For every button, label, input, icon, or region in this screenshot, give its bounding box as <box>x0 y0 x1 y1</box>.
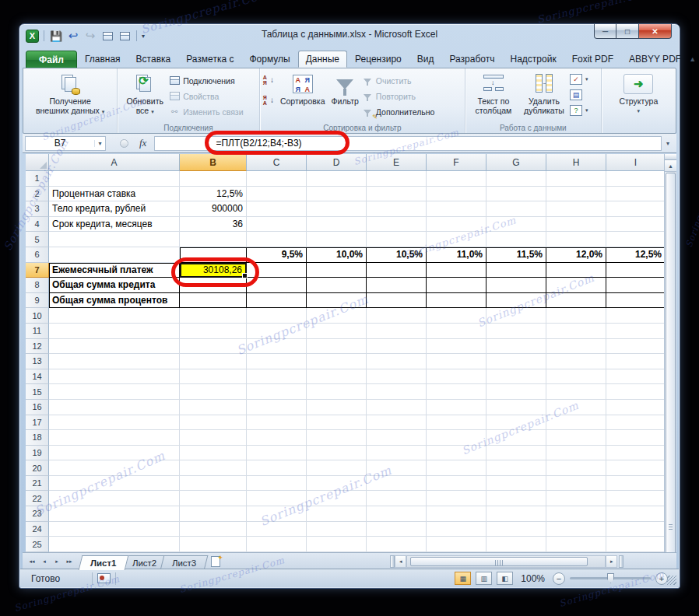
sort-ascending-button[interactable]: АЯ↓ <box>263 73 274 86</box>
cell-F5[interactable] <box>427 232 486 247</box>
cell-H24[interactable] <box>546 522 606 537</box>
cell-C18[interactable] <box>247 430 307 446</box>
cell-A1[interactable] <box>49 171 180 187</box>
cell-G8[interactable] <box>486 278 546 293</box>
cell-D1[interactable] <box>307 171 367 187</box>
cell-B21[interactable] <box>180 476 247 492</box>
last-sheet-icon[interactable]: ▸▸ <box>63 555 76 568</box>
row-header-9[interactable]: 9 <box>26 293 49 309</box>
cell-H19[interactable] <box>546 446 606 461</box>
cell-H15[interactable] <box>546 384 606 400</box>
cell-I11[interactable] <box>606 324 666 339</box>
clear-filter-button[interactable]: Очистить <box>362 74 435 87</box>
cell-I9[interactable] <box>606 293 666 309</box>
name-box-dropdown-icon[interactable]: ▾ <box>94 140 105 147</box>
cell-A3[interactable]: Тело кредита, рублей <box>49 201 180 217</box>
cell-E15[interactable] <box>367 384 427 400</box>
cell-H17[interactable] <box>546 415 606 431</box>
cell-D10[interactable] <box>307 308 367 324</box>
cell-D25[interactable] <box>307 537 367 552</box>
cell-D12[interactable] <box>307 339 367 355</box>
cell-E13[interactable] <box>367 354 427 369</box>
formula-input[interactable]: =ПЛТ(B2/12;B4;-B3) <box>154 136 662 151</box>
tab-foxit-pdf[interactable]: Foxit PDF <box>564 51 621 68</box>
cell-H10[interactable] <box>546 308 606 324</box>
cell-E19[interactable] <box>367 446 427 461</box>
cell-F21[interactable] <box>427 476 486 492</box>
cell-E25[interactable] <box>367 537 427 552</box>
cell-H1[interactable] <box>546 171 606 187</box>
cell-C22[interactable] <box>247 491 307 506</box>
cell-A16[interactable] <box>49 400 180 415</box>
cell-A13[interactable] <box>49 354 180 369</box>
column-header-E[interactable]: E <box>367 154 427 171</box>
next-sheet-icon[interactable]: ▸ <box>51 555 63 568</box>
cell-B20[interactable] <box>180 460 247 476</box>
cell-A17[interactable] <box>49 415 180 431</box>
cell-C2[interactable] <box>247 187 307 202</box>
zoom-out-icon[interactable]: − <box>553 572 565 585</box>
tab-главная[interactable]: Главная <box>77 51 128 68</box>
cell-F1[interactable] <box>427 171 486 187</box>
cell-B16[interactable] <box>180 400 247 415</box>
row-header-16[interactable]: 16 <box>26 400 49 415</box>
collapse-ribbon-icon[interactable]: ▲ <box>689 55 696 63</box>
edit-links-button[interactable]: ⚯ Изменить связи <box>169 105 243 118</box>
cell-C20[interactable] <box>247 460 307 476</box>
cell-F4[interactable] <box>427 217 486 233</box>
row-header-14[interactable]: 14 <box>26 369 49 385</box>
structure-button[interactable]: ➜ Структура ▾ <box>616 71 661 117</box>
cell-F6[interactable]: 11,0% <box>427 247 486 263</box>
cell-E7[interactable] <box>367 263 427 278</box>
scroll-right-icon[interactable]: ▸ <box>606 555 617 568</box>
first-sheet-icon[interactable]: ◂◂ <box>26 555 38 568</box>
remove-duplicates-button[interactable]: → Удалить дубликаты <box>518 71 570 117</box>
cell-I13[interactable] <box>606 354 666 369</box>
cell-C23[interactable] <box>247 506 307 522</box>
cell-A4[interactable]: Срок кредита, месяцев <box>49 217 180 233</box>
tab-надстройк[interactable]: Надстройк <box>503 51 564 68</box>
cell-I6[interactable]: 12,5% <box>606 247 666 263</box>
cell-G13[interactable] <box>486 354 546 369</box>
select-all-corner[interactable] <box>26 154 49 171</box>
row-header-5[interactable]: 5 <box>26 232 49 247</box>
cell-G16[interactable] <box>486 400 546 415</box>
cell-H21[interactable] <box>546 476 606 492</box>
cell-D16[interactable] <box>307 400 367 415</box>
cell-B18[interactable] <box>180 430 247 446</box>
cell-D2[interactable] <box>307 187 367 202</box>
cell-E23[interactable] <box>367 506 427 522</box>
get-external-data-button[interactable]: Получение внешних данных ▾ <box>33 71 107 117</box>
row-header-3[interactable]: 3 <box>26 201 49 217</box>
tab-формулы[interactable]: Формулы <box>241 51 297 68</box>
cell-H25[interactable] <box>546 537 606 552</box>
cell-G5[interactable] <box>486 232 546 247</box>
cell-A21[interactable] <box>49 476 180 492</box>
reapply-filter-button[interactable]: Повторить <box>362 89 435 103</box>
cell-D22[interactable] <box>307 491 367 506</box>
column-header-D[interactable]: D <box>307 154 367 171</box>
cell-C17[interactable] <box>247 415 307 431</box>
cell-I24[interactable] <box>606 522 666 537</box>
cell-E6[interactable]: 10,5% <box>367 247 427 263</box>
cell-A10[interactable] <box>49 308 180 324</box>
cell-G11[interactable] <box>486 324 546 339</box>
cell-H18[interactable] <box>546 430 606 446</box>
cell-E2[interactable] <box>367 187 427 202</box>
cell-B4[interactable]: 36 <box>180 217 247 233</box>
column-header-B[interactable]: B <box>180 154 247 171</box>
cell-E3[interactable] <box>367 201 427 217</box>
name-box[interactable]: B7 ▾ <box>25 136 106 151</box>
close-button[interactable]: ✕ <box>638 24 672 39</box>
cell-F2[interactable] <box>427 187 486 202</box>
cell-G22[interactable] <box>486 491 546 506</box>
zoom-slider[interactable] <box>570 577 651 579</box>
maximize-button[interactable]: □ <box>616 24 638 39</box>
insert-function-icon[interactable]: fx <box>139 137 146 149</box>
tab-вид[interactable]: Вид <box>409 51 442 68</box>
cell-E16[interactable] <box>367 400 427 415</box>
cell-H16[interactable] <box>546 400 606 415</box>
cell-I19[interactable] <box>606 446 666 461</box>
cell-I17[interactable] <box>606 415 666 431</box>
cell-A20[interactable] <box>49 460 180 476</box>
